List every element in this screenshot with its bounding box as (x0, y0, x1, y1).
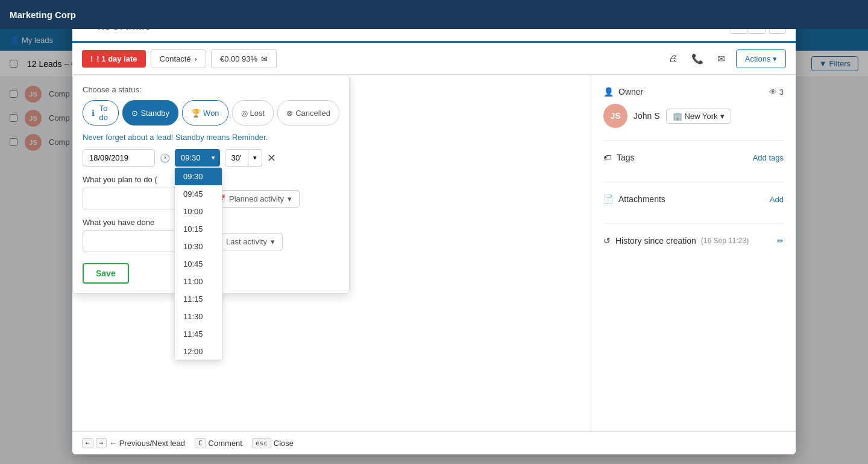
won-status-button[interactable]: 🏆 Won (182, 100, 228, 126)
exclamation-icon: ! (90, 54, 93, 63)
owner-section: 👤 Owner 👁 3 JS John S 🏢 New Yor (603, 87, 784, 141)
todo-status-button[interactable]: ℹ To do (83, 100, 119, 126)
email-icon: ✉ (261, 54, 268, 63)
tags-header: 🏷 Tags Add tags (603, 153, 784, 159)
standby-hint: Never forget about a lead! Standby means… (83, 133, 339, 142)
tags-title: 🏷 Tags (603, 153, 635, 159)
lead-modal: ☆ noCRM.io ‹ › ✕ ! ! 1 day late Contacté… (72, 10, 796, 159)
eye-icon: 👁 (769, 87, 777, 97)
duration-dropdown-button[interactable]: 30' (225, 149, 248, 159)
add-tags-button[interactable]: Add tags (753, 153, 784, 160)
cancel-icon: ⊗ (286, 109, 293, 118)
owner-header: 👤 Owner 👁 3 (603, 87, 784, 97)
owner-row: JS John S 🏢 New York ▾ (603, 104, 784, 128)
mail-button[interactable]: ✉ (712, 49, 731, 68)
date-input[interactable] (83, 149, 155, 159)
tag-icon: 🏷 (603, 153, 612, 159)
phone-icon: 📞 (691, 53, 703, 65)
status-popup: Choose a status: ℹ To do ⊙ Standby 🏆 Won (72, 75, 350, 159)
location-caret-icon: ▾ (720, 112, 725, 121)
cancelled-status-button[interactable]: ⊗ Cancelled (277, 100, 339, 126)
location-button[interactable]: 🏢 New York ▾ (666, 109, 731, 124)
actions-button[interactable]: Actions ▾ (736, 49, 786, 68)
duration-caret-button[interactable]: ▾ (248, 149, 262, 159)
clear-datetime-button[interactable]: ✕ (267, 151, 276, 160)
circle-icon: ◎ (241, 109, 248, 118)
time-button-group: 09:30 ▾ (175, 149, 220, 159)
brand-name: Marketing Corp (10, 10, 76, 20)
mail-icon: ✉ (717, 53, 725, 65)
late-button[interactable]: ! ! 1 day late (82, 50, 146, 68)
standby-icon: ⊙ (131, 109, 138, 118)
modal-body: Choose a status: ℹ To do ⊙ Standby 🏆 Won (72, 75, 796, 159)
owner-title: 👤 Owner (603, 87, 643, 97)
time-caret-button[interactable]: ▾ (207, 149, 220, 159)
modal-sidebar: 👤 Owner 👁 3 JS John S 🏢 New Yor (591, 75, 796, 159)
clock-icon: 🕐 (160, 153, 170, 160)
datetime-row: 🕐 09:30 ▾ 30' ▾ ✕ (83, 149, 339, 159)
print-button[interactable]: 🖨 (664, 49, 683, 68)
modal-main: Choose a status: ℹ To do ⊙ Standby 🏆 Won (72, 75, 591, 159)
navbar: Marketing Corp (0, 0, 868, 29)
print-icon: 🖨 (668, 53, 678, 64)
duration-button-group: 30' ▾ (225, 149, 262, 159)
time-dropdown-button[interactable]: 09:30 (175, 149, 207, 159)
owner-avatar: JS (603, 104, 627, 128)
euro-button[interactable]: €0.00 93% ✉ (211, 49, 277, 68)
info-icon: ℹ (92, 109, 95, 118)
owner-icon: 👤 (603, 87, 614, 97)
modal-toolbar: ! ! 1 day late Contacté › €0.00 93% ✉ 🖨 … (72, 43, 796, 75)
phone-button[interactable]: 📞 (688, 49, 707, 68)
tags-section: 🏷 Tags Add tags (603, 153, 784, 159)
eye-count: 👁 3 (769, 87, 784, 97)
chevron-right-icon: › (195, 54, 197, 63)
contacte-button[interactable]: Contacté › (151, 49, 206, 68)
lost-status-button[interactable]: ◎ Lost (232, 100, 274, 126)
status-buttons: ℹ To do ⊙ Standby 🏆 Won ◎ Lost (83, 100, 339, 126)
status-popup-title: Choose a status: (83, 85, 339, 94)
owner-name: John S (634, 111, 660, 121)
trophy-icon: 🏆 (191, 109, 201, 118)
location-icon: 🏢 (673, 112, 682, 121)
standby-status-button[interactable]: ⊙ Standby (122, 100, 178, 126)
